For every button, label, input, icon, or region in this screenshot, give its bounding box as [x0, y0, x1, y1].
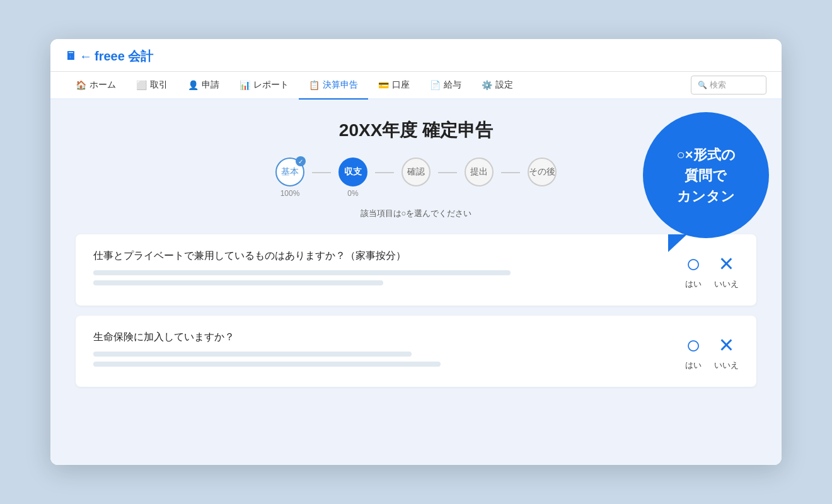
- step-sonogo-circle: その後: [528, 158, 557, 186]
- step-kakunin-label: 確認: [407, 166, 425, 178]
- batsu-symbol-2: ×: [719, 332, 734, 357]
- question-answers-1: ○ はい × いいえ: [685, 251, 739, 290]
- answer-yes-label-2: はい: [685, 360, 702, 371]
- question-line-1a: [93, 270, 511, 275]
- logo-area: 🖩 ← freee 会計: [66, 39, 766, 71]
- bubble-text: ○×形式の 質問で カンタン: [670, 138, 741, 213]
- step-kihon: 基本 ✓ 100%: [275, 158, 304, 198]
- question-content-2: 生命保険に加入していますか？: [93, 331, 673, 372]
- main-content: 20XX年度 確定申告 基本 ✓ 100% 収支 0%: [50, 100, 782, 465]
- step-sonogo: その後: [528, 158, 557, 186]
- step-kihon-circle: 基本 ✓: [275, 158, 304, 186]
- nav-report[interactable]: 📊 レポート: [229, 72, 299, 100]
- torihiki-icon: ⬜: [136, 80, 147, 90]
- step-kakunin-circle: 確認: [402, 158, 430, 186]
- answer-no-label-1: いいえ: [714, 278, 739, 290]
- answer-no-label-2: いいえ: [714, 360, 739, 371]
- top-bar: 🖩 ← freee 会計: [50, 39, 782, 72]
- nav-shinsei-label: 申請: [202, 79, 219, 91]
- question-answers-2: ○ はい × いいえ: [685, 332, 739, 371]
- answer-yes-1[interactable]: ○ はい: [685, 251, 702, 290]
- kessan-icon: 📋: [309, 80, 320, 90]
- nav-kessan-label: 決算申告: [323, 79, 358, 91]
- shinsei-icon: 👤: [188, 80, 199, 90]
- step-kihon-percent: 100%: [280, 189, 300, 198]
- connector-2: [375, 172, 394, 173]
- bubble-line1: ○×形式の: [676, 144, 735, 165]
- step-sonogo-label: その後: [529, 166, 555, 178]
- connector-1: [312, 172, 331, 173]
- step-teishutsu: 提出: [465, 158, 494, 186]
- nav-koza[interactable]: 💳 口座: [368, 72, 420, 100]
- step-kihon-label: 基本: [281, 166, 299, 178]
- step-kakunin: 確認: [402, 158, 430, 186]
- nav-settings[interactable]: ⚙️ 設定: [471, 72, 523, 100]
- question-content-1: 仕事とプライベートで兼用しているものはありますか？（家事按分）: [93, 249, 673, 290]
- step-shushi: 収支 0%: [338, 158, 367, 198]
- speech-bubble: ○×形式の 質問で カンタン: [643, 112, 769, 238]
- koza-icon: 💳: [378, 80, 389, 90]
- logo: 🖩 ← freee 会計: [66, 48, 153, 65]
- bubble-line2: 質問で: [676, 165, 735, 186]
- maru-symbol-2: ○: [686, 332, 701, 357]
- nav-kessan[interactable]: 📋 決算申告: [299, 72, 368, 100]
- answer-no-2[interactable]: × いいえ: [714, 332, 739, 371]
- question-line-2b: [93, 362, 441, 367]
- step-teishutsu-label: 提出: [470, 166, 488, 178]
- bubble-line3: カンタン: [676, 186, 735, 207]
- search-box[interactable]: 🔍 検索: [691, 76, 766, 94]
- question-title-2: 生命保険に加入していますか？: [93, 331, 673, 344]
- answer-no-1[interactable]: × いいえ: [714, 251, 739, 290]
- step-kihon-check: ✓: [296, 156, 306, 166]
- question-title-1: 仕事とプライベートで兼用しているものはありますか？（家事按分）: [93, 249, 673, 263]
- question-card-2: 生命保険に加入していますか？ ○ はい × いいえ: [76, 316, 756, 387]
- step-teishutsu-circle: 提出: [465, 158, 494, 186]
- step-shushi-percent: 0%: [347, 189, 358, 198]
- logo-arrow: ←: [79, 49, 92, 64]
- nav-koza-label: 口座: [392, 79, 410, 91]
- search-icon: 🔍: [698, 81, 707, 89]
- logo-icon: 🖩: [66, 50, 77, 63]
- nav-settings-label: 設定: [495, 79, 513, 91]
- nav-shinsei[interactable]: 👤 申請: [178, 72, 229, 100]
- search-placeholder: 検索: [710, 79, 726, 91]
- browser-window: 🖩 ← freee 会計 🏠 ホーム ⬜ 取引 👤 申請 📊 レポート 📋 決算…: [50, 39, 782, 465]
- step-shushi-circle: 収支: [338, 158, 367, 186]
- nav-bar: 🏠 ホーム ⬜ 取引 👤 申請 📊 レポート 📋 決算申告 💳 口座 📄 給与: [50, 72, 782, 100]
- kyuyo-icon: 📄: [430, 80, 441, 90]
- settings-icon: ⚙️: [482, 80, 492, 90]
- nav-torihiki[interactable]: ⬜ 取引: [126, 72, 178, 100]
- logo-brand: freee 会計: [95, 48, 153, 65]
- maru-symbol-1: ○: [686, 251, 701, 276]
- question-card-1: 仕事とプライベートで兼用しているものはありますか？（家事按分） ○ はい × い…: [76, 234, 756, 306]
- step-shushi-label: 収支: [344, 166, 362, 178]
- question-line-1b: [93, 280, 383, 285]
- home-icon: 🏠: [76, 80, 86, 90]
- batsu-symbol-1: ×: [719, 251, 734, 276]
- answer-yes-2[interactable]: ○ はい: [685, 332, 702, 371]
- nav-home[interactable]: 🏠 ホーム: [66, 72, 126, 100]
- question-line-2a: [93, 352, 412, 357]
- report-icon: 📊: [240, 80, 250, 90]
- answer-yes-label-1: はい: [685, 278, 702, 290]
- nav-kyuyo[interactable]: 📄 給与: [420, 72, 471, 100]
- connector-4: [501, 172, 520, 173]
- nav-report-label: レポート: [253, 79, 289, 91]
- connector-3: [438, 172, 457, 173]
- nav-torihiki-label: 取引: [150, 79, 168, 91]
- nav-kyuyo-label: 給与: [444, 79, 461, 91]
- nav-home-label: ホーム: [90, 79, 116, 91]
